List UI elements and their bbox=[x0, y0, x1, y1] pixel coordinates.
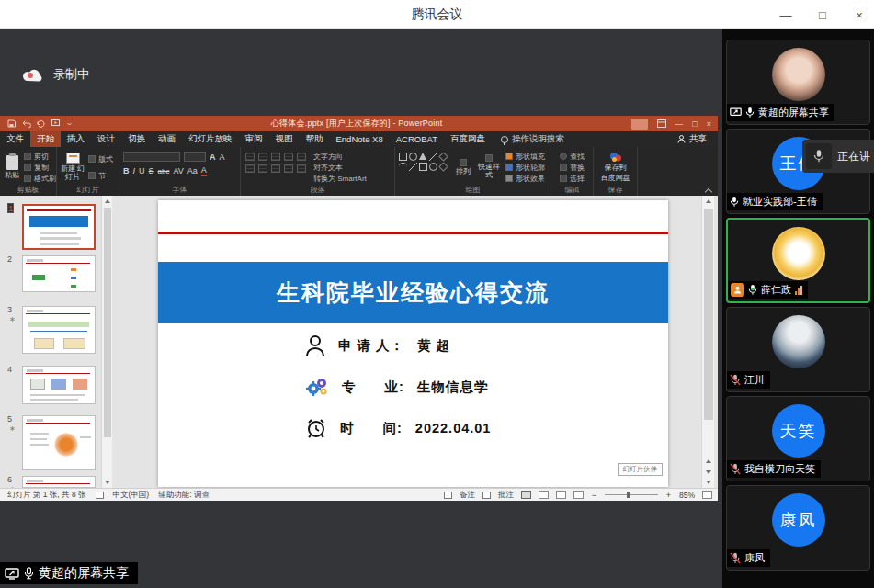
slideshow-view-button[interactable] bbox=[573, 491, 584, 499]
tab-slideshow[interactable]: 幻灯片放映 bbox=[182, 131, 239, 147]
accessibility-status[interactable]: 辅助功能: 调查 bbox=[158, 490, 210, 501]
maximize-button[interactable]: □ bbox=[815, 8, 830, 22]
zoom-slider-knob[interactable] bbox=[627, 492, 630, 498]
fit-to-window-button[interactable] bbox=[702, 491, 712, 499]
slide-field-applicant[interactable]: 申 请 人： 黄 超 bbox=[305, 334, 450, 357]
font-size-select[interactable] bbox=[184, 152, 206, 162]
minimize-button[interactable]: — bbox=[778, 8, 793, 22]
slide-field-major[interactable]: 专 业: 生物信息学 bbox=[305, 375, 488, 399]
font-color-button[interactable]: A bbox=[201, 165, 207, 176]
slide-thumbnail-5[interactable] bbox=[22, 415, 96, 470]
language-status[interactable]: 中文(中国) bbox=[113, 490, 150, 501]
replace-button[interactable]: 替换 bbox=[560, 163, 585, 173]
slide-canvas[interactable]: 生科院毕业经验心得交流 申 请 人： 黄 超 bbox=[158, 200, 668, 487]
save-button[interactable] bbox=[7, 119, 16, 128]
layout-button[interactable]: 版式 bbox=[88, 154, 113, 164]
shape-fill-button[interactable]: 形状填充 bbox=[505, 152, 545, 162]
line-spacing-button[interactable] bbox=[297, 153, 306, 161]
tab-baidu-netdisk[interactable]: 百度网盘 bbox=[444, 131, 492, 147]
share-button[interactable]: 共享 bbox=[666, 131, 718, 147]
zoom-out-button[interactable]: − bbox=[591, 491, 597, 500]
tab-acrobat[interactable]: ACROBAT bbox=[390, 131, 444, 147]
strikethrough-button[interactable]: S bbox=[149, 166, 154, 175]
italic-button[interactable]: I bbox=[133, 166, 136, 175]
find-button[interactable]: 查找 bbox=[560, 152, 585, 162]
participant-tile[interactable]: 天笑 我自横刀向天笑 bbox=[726, 396, 870, 481]
ribbon-display-options-icon[interactable] bbox=[657, 119, 665, 128]
cut-button[interactable]: 剪切 bbox=[24, 152, 56, 162]
slide-thumbnail-1[interactable] bbox=[22, 204, 96, 250]
slide-thumbnail-2[interactable] bbox=[22, 255, 96, 292]
tab-file[interactable]: 文件 bbox=[0, 131, 30, 147]
previous-slide-button[interactable] bbox=[702, 456, 715, 466]
tell-me-search[interactable]: 操作说明搜索 bbox=[492, 131, 573, 147]
scroll-down-button[interactable] bbox=[102, 477, 113, 488]
scrollbar-thumb[interactable] bbox=[104, 208, 111, 437]
align-right-button[interactable] bbox=[271, 164, 280, 173]
bullets-button[interactable] bbox=[245, 153, 255, 161]
arrange-button[interactable]: 排列 bbox=[451, 159, 475, 176]
redo-button[interactable] bbox=[37, 119, 45, 128]
slide-thumbnail-4[interactable] bbox=[22, 366, 96, 404]
slide-title-box[interactable]: 生科院毕业经验心得交流 bbox=[158, 262, 668, 323]
bold-button[interactable]: B bbox=[123, 166, 130, 175]
tab-review[interactable]: 审阅 bbox=[239, 131, 269, 147]
next-slide-button[interactable] bbox=[702, 467, 715, 477]
text-direction-button[interactable]: 文字方向 bbox=[313, 152, 367, 162]
zoom-slider[interactable] bbox=[605, 494, 658, 495]
undo-button[interactable] bbox=[22, 119, 30, 128]
participant-tile[interactable]: 康凤 康凤 bbox=[726, 485, 870, 571]
tab-insert[interactable]: 插入 bbox=[61, 131, 91, 147]
shrink-font-button[interactable]: A bbox=[220, 153, 225, 162]
align-left-button[interactable] bbox=[245, 164, 255, 173]
tab-home[interactable]: 开始 bbox=[30, 131, 61, 147]
slide-field-date[interactable]: 时 间: 2022.04.01 bbox=[305, 416, 491, 440]
slide-thumbnail-6[interactable] bbox=[22, 476, 96, 488]
grow-font-button[interactable]: A bbox=[210, 153, 216, 162]
shapes-gallery[interactable] bbox=[395, 150, 451, 185]
decrease-indent-button[interactable] bbox=[271, 153, 280, 161]
align-center-button[interactable] bbox=[258, 164, 267, 173]
zoom-level[interactable]: 85% bbox=[679, 491, 695, 500]
font-name-select[interactable] bbox=[123, 152, 180, 162]
spell-check-icon[interactable] bbox=[96, 492, 104, 499]
participant-tile-active-speaker[interactable]: 薛仁政 bbox=[726, 218, 870, 303]
tab-help[interactable]: 帮助 bbox=[300, 131, 330, 147]
align-text-button[interactable]: 对齐文本 bbox=[313, 163, 367, 173]
paste-button[interactable]: 粘贴 bbox=[0, 150, 24, 185]
copy-button[interactable]: 复制 bbox=[24, 163, 56, 173]
select-button[interactable]: 选择 bbox=[560, 174, 585, 184]
collapse-ribbon-button[interactable] bbox=[705, 188, 712, 193]
section-button[interactable]: 节 bbox=[88, 171, 113, 181]
ppt-maximize-button[interactable]: □ bbox=[692, 119, 697, 129]
scroll-down-button[interactable] bbox=[702, 477, 715, 488]
character-spacing-button[interactable]: AV bbox=[173, 166, 183, 175]
clear-formatting-button[interactable]: abc bbox=[158, 167, 170, 175]
thumbnail-scrollbar[interactable] bbox=[101, 196, 112, 488]
slide-thumbnail-3[interactable] bbox=[22, 306, 96, 354]
ppt-minimize-button[interactable]: — bbox=[675, 119, 683, 129]
tab-design[interactable]: 设计 bbox=[91, 131, 121, 147]
account-button[interactable] bbox=[631, 119, 648, 130]
ppt-close-button[interactable]: × bbox=[707, 119, 711, 129]
start-slideshow-button[interactable] bbox=[51, 119, 60, 128]
reading-view-button[interactable] bbox=[556, 491, 566, 499]
comments-button[interactable]: 批注 bbox=[498, 490, 514, 501]
scroll-up-button[interactable] bbox=[702, 196, 715, 207]
increase-indent-button[interactable] bbox=[284, 153, 293, 161]
quick-styles-button[interactable]: 快速样式 bbox=[475, 154, 503, 180]
new-slide-button[interactable]: 新建 幻灯片 bbox=[57, 150, 88, 185]
convert-smartart-button[interactable]: 转换为 SmartArt bbox=[313, 174, 367, 184]
numbering-button[interactable] bbox=[258, 153, 267, 161]
save-to-baidu-netdisk-button[interactable]: 保存到 百度网盘 bbox=[600, 150, 631, 185]
qat-customize-chevron-icon[interactable] bbox=[66, 119, 74, 128]
participant-tile[interactable]: 江川 bbox=[726, 307, 870, 392]
format-painter-button[interactable]: 格式刷 bbox=[24, 174, 56, 184]
shape-effects-button[interactable]: 形状效果 bbox=[505, 174, 545, 184]
tab-endnote[interactable]: EndNote X8 bbox=[330, 131, 390, 147]
participant-tile[interactable]: 黄超的屏幕共享 bbox=[726, 40, 870, 125]
change-case-button[interactable]: Aa bbox=[187, 166, 198, 175]
justify-button[interactable] bbox=[284, 164, 293, 173]
tab-animations[interactable]: 动画 bbox=[152, 131, 182, 147]
columns-button[interactable] bbox=[297, 164, 306, 173]
